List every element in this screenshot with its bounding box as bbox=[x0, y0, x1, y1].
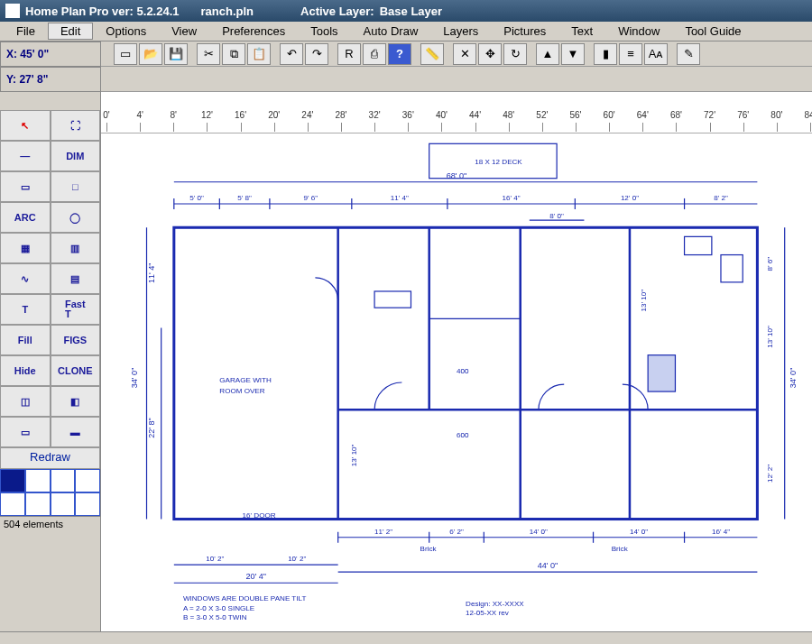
font-aa-button[interactable]: Aᴀ bbox=[644, 43, 668, 65]
svg-text:5' 0": 5' 0" bbox=[189, 194, 204, 202]
svg-rect-34 bbox=[721, 255, 743, 282]
ruler-label: 64' bbox=[637, 110, 649, 120]
menu-edit[interactable]: Edit bbox=[48, 23, 93, 40]
menu-tool-guide[interactable]: Tool Guide bbox=[672, 23, 753, 40]
svg-text:8' 6": 8' 6" bbox=[766, 257, 774, 271]
ruler-label: 4' bbox=[136, 110, 143, 120]
tool-door[interactable]: ▦ bbox=[0, 233, 51, 263]
ruler-label: 84' bbox=[804, 110, 812, 120]
ruler-label: 44' bbox=[469, 110, 481, 120]
up-arrow-button[interactable]: ▲ bbox=[536, 43, 559, 65]
new-file-button[interactable]: ▭ bbox=[114, 43, 137, 65]
tool-hide[interactable]: Hide bbox=[0, 355, 51, 386]
ruler-label: 24' bbox=[301, 110, 313, 120]
toolbar-spacer bbox=[101, 67, 812, 92]
tool-window[interactable]: ▥ bbox=[51, 233, 101, 263]
svg-text:5' 8": 5' 8" bbox=[237, 194, 252, 202]
ruler-label: 28' bbox=[335, 110, 346, 120]
svg-text:14' 0": 14' 0" bbox=[530, 528, 548, 536]
svg-text:16' DOOR: 16' DOOR bbox=[243, 511, 276, 520]
svg-text:Design: XX-XXXX12-05-XX rev: Design: XX-XXXX12-05-XX rev bbox=[466, 600, 524, 617]
menu-preferences[interactable]: Preferences bbox=[209, 23, 298, 40]
tool-stairs[interactable]: ▤ bbox=[51, 263, 101, 294]
color-palette[interactable] bbox=[0, 469, 100, 516]
svg-text:11' 2": 11' 2" bbox=[374, 528, 392, 536]
down-arrow-button[interactable]: ▼ bbox=[561, 43, 585, 65]
ruler-label: 52' bbox=[536, 110, 548, 120]
svg-text:Brick: Brick bbox=[420, 545, 438, 553]
floorplan-drawing[interactable]: 18 X 12 DECK 68' 0" 5' 0"5' 8"9' 6"11' 4… bbox=[101, 133, 812, 631]
tool-curve[interactable]: ∿ bbox=[0, 263, 51, 294]
svg-text:400: 400 bbox=[457, 367, 469, 375]
ruler-label: 16' bbox=[235, 110, 246, 120]
redo-button[interactable]: ↷ bbox=[305, 43, 328, 65]
element-count: 504 elements bbox=[0, 516, 100, 531]
tool-select-area[interactable]: ⛶ bbox=[51, 110, 101, 141]
move-cross-button[interactable]: ✥ bbox=[478, 43, 502, 65]
menu-view[interactable]: View bbox=[159, 23, 209, 40]
menu-text[interactable]: Text bbox=[558, 23, 605, 40]
tool-layer-b[interactable]: ▬ bbox=[51, 417, 101, 447]
menu-file[interactable]: File bbox=[4, 23, 48, 40]
svg-text:8' 0": 8' 0" bbox=[549, 212, 564, 220]
tool-kitchen[interactable]: ◫ bbox=[0, 386, 51, 417]
svg-text:8' 2": 8' 2" bbox=[714, 194, 728, 202]
color-bars-button[interactable]: ▮ bbox=[594, 43, 617, 65]
tool-rectangle[interactable]: ▭ bbox=[0, 171, 51, 202]
tool-square[interactable]: □ bbox=[51, 171, 101, 202]
tool-circle[interactable]: ◯ bbox=[51, 202, 101, 233]
tool-clone[interactable]: CLONE bbox=[51, 355, 101, 386]
tool-dim[interactable]: DIM bbox=[51, 141, 101, 171]
canvas[interactable]: 0'4'8'12'16'20'24'28'32'36'40'44'48'52'5… bbox=[101, 92, 812, 631]
active-layer-value: Base Layer bbox=[380, 5, 442, 18]
svg-text:10' 2": 10' 2" bbox=[288, 555, 306, 563]
svg-text:9' 6": 9' 6" bbox=[304, 194, 318, 202]
svg-text:13' 10": 13' 10" bbox=[350, 444, 358, 466]
menu-layers[interactable]: Layers bbox=[430, 23, 491, 40]
paint-button[interactable]: ✎ bbox=[677, 43, 700, 65]
save-file-button[interactable]: 💾 bbox=[164, 43, 188, 65]
ruler-label: 68' bbox=[670, 110, 682, 120]
tool-arc[interactable]: ARC bbox=[0, 202, 51, 233]
svg-text:11' 4": 11' 4" bbox=[391, 194, 409, 202]
menubar: FileEditOptionsViewPreferencesToolsAuto … bbox=[0, 22, 812, 41]
measure-button[interactable]: 📏 bbox=[420, 43, 444, 65]
tool-text[interactable]: T bbox=[0, 294, 51, 325]
tool-line[interactable]: — bbox=[0, 141, 51, 171]
menu-window[interactable]: Window bbox=[605, 23, 672, 40]
open-file-button[interactable]: 📂 bbox=[139, 43, 162, 65]
grid-r-button[interactable]: R bbox=[337, 43, 361, 65]
tool-fill[interactable]: Fill bbox=[0, 325, 51, 355]
copy-button[interactable]: ⧉ bbox=[222, 43, 245, 65]
tool-fast[interactable]: Fast T bbox=[51, 294, 101, 325]
redraw-button[interactable]: Redraw bbox=[0, 447, 100, 469]
svg-text:13' 10": 13' 10" bbox=[640, 290, 648, 312]
coord-x: X: 45' 0" bbox=[0, 41, 101, 67]
help-button[interactable]: ? bbox=[388, 43, 411, 65]
undo-button[interactable]: ↶ bbox=[280, 43, 303, 65]
menu-tools[interactable]: Tools bbox=[298, 23, 350, 40]
menu-auto-draw[interactable]: Auto Draw bbox=[351, 23, 431, 40]
ruler-label: 0' bbox=[103, 110, 109, 120]
tool-figs[interactable]: FIGS bbox=[51, 325, 101, 355]
ruler-label: 12' bbox=[201, 110, 213, 120]
tool-pointer[interactable]: ↖ bbox=[0, 110, 51, 141]
app-icon bbox=[5, 4, 20, 18]
tool-layer-a[interactable]: ▭ bbox=[0, 417, 51, 447]
file-name: ranch.pln bbox=[201, 5, 254, 18]
paste-button[interactable]: 📋 bbox=[247, 43, 271, 65]
menu-options[interactable]: Options bbox=[93, 23, 159, 40]
svg-text:11' 4": 11' 4" bbox=[147, 262, 156, 283]
svg-text:GARAGE WITHROOM OVER: GARAGE WITHROOM OVER bbox=[219, 376, 272, 395]
print-preview-button[interactable]: ⎙ bbox=[363, 43, 386, 65]
svg-text:16' 4": 16' 4" bbox=[712, 528, 730, 536]
cut-button[interactable]: ✂ bbox=[197, 43, 220, 65]
svg-text:18 X 12 DECK: 18 X 12 DECK bbox=[475, 158, 522, 166]
refresh-button[interactable]: ↻ bbox=[503, 43, 527, 65]
hline-button[interactable]: ≡ bbox=[619, 43, 642, 65]
svg-text:34' 0": 34' 0" bbox=[130, 368, 139, 389]
svg-text:6' 2": 6' 2" bbox=[449, 528, 464, 536]
delete-x-button[interactable]: ✕ bbox=[453, 43, 476, 65]
menu-pictures[interactable]: Pictures bbox=[491, 23, 558, 40]
tool-bath[interactable]: ◧ bbox=[51, 386, 101, 417]
